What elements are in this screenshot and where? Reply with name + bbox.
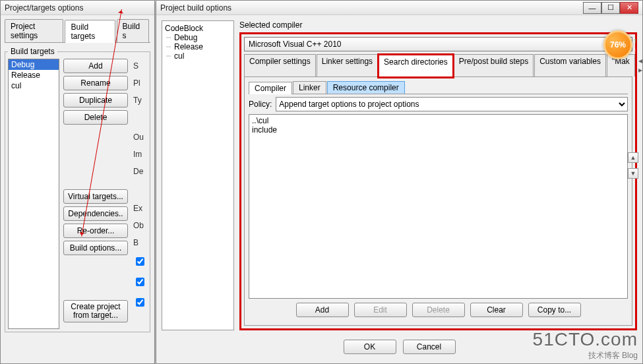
cut-label: Ob [133,221,146,230]
move-down-icon[interactable]: ▼ [628,168,638,179]
cut-label: B [133,238,146,247]
cut-label: Im [133,150,146,159]
maximize-button[interactable]: ☐ [601,2,620,14]
rename-button[interactable]: Rename [63,76,128,90]
tab-pre-post-build[interactable]: Pre/post build steps [454,54,534,76]
compiler-dropdown[interactable]: Microsoft Visual C++ 2010 [244,37,632,51]
duplicate-button[interactable]: Duplicate [63,93,128,107]
dir-copy-button[interactable]: Copy to... [528,303,581,317]
dir-delete-button[interactable]: Delete [412,303,465,317]
cancel-button[interactable]: Cancel [403,340,456,354]
sub-tab-strip: Compiler Linker Resource compiler [249,81,628,94]
targets-listbox[interactable]: Debug Release cul [8,59,59,329]
list-item[interactable]: cul [9,80,59,91]
targets-tree[interactable]: CodeBlock Debug Release cul [162,20,234,330]
tab-strip: Project settings Build targets Build s [5,19,150,43]
tab-scroll-icon[interactable]: ◂ ▸ [636,54,643,76]
option-checkbox[interactable] [136,257,144,266]
window-title: Project build options [160,3,583,13]
dir-clear-button[interactable]: Clear [470,303,523,317]
tree-root[interactable]: CodeBlock [165,24,231,33]
policy-select[interactable]: Append target options to project options [276,97,628,111]
dir-edit-button[interactable]: Edit [354,303,407,317]
tab-search-directories[interactable]: Search directories [379,55,453,77]
build-targets-fieldset: Build targets Debug Release cul Add Rena… [5,47,150,332]
tree-item[interactable]: cul [165,51,231,61]
window-title: Project/targets options [5,3,150,13]
progress-badge: 76% [603,30,632,59]
directories-list[interactable] [249,114,628,299]
reorder-button[interactable]: Re-order... [63,224,128,238]
dir-add-button[interactable]: Add [296,303,349,317]
minimize-button[interactable]: — [583,2,601,14]
tree-item[interactable]: Debug [165,33,231,42]
tree-item[interactable]: Release [165,42,231,51]
cut-label: S [133,61,146,71]
tab-build-targets[interactable]: Build targets [65,20,115,43]
cut-label: Ex [133,204,146,213]
tab-build-s[interactable]: Build s [117,19,149,42]
tab-linker-settings[interactable]: Linker settings [317,54,378,76]
option-checkbox[interactable] [136,298,144,307]
cut-label: Pl [133,78,146,88]
close-button[interactable]: ✕ [620,2,638,14]
truncated-right-pane: S Pl Ty Ou Im De Ex Ob B [132,59,146,329]
subtab-compiler[interactable]: Compiler [249,82,292,94]
project-targets-window: Project/targets options Project settings… [0,0,155,364]
titlebar[interactable]: Project/targets options [1,1,154,15]
move-up-icon[interactable]: ▲ [628,152,638,163]
list-item[interactable]: Release [9,70,59,80]
tab-custom-variables[interactable]: Custom variables [534,54,606,76]
subtab-linker[interactable]: Linker [293,81,326,94]
add-button[interactable]: Add [63,59,128,73]
virtual-targets-button[interactable]: Virtual targets... [63,189,128,204]
main-tab-strip: Compiler settings Linker settings Search… [244,54,632,77]
create-project-button[interactable]: Create project from target... [63,300,128,322]
selected-compiler-label: Selected compiler [239,20,637,30]
annotation-highlight-box: Microsoft Visual C++ 2010 Compiler setti… [239,32,637,330]
cut-label: De [133,167,146,176]
delete-button[interactable]: Delete [63,110,128,125]
build-options-button[interactable]: Build options... [63,241,128,255]
badge-value: 76% [610,40,626,49]
option-checkbox[interactable] [136,278,144,286]
subtab-resource-compiler[interactable]: Resource compiler [327,81,405,94]
policy-label: Policy: [249,100,272,109]
dependencies-button[interactable]: Dependencies.. [63,206,128,221]
fieldset-legend: Build targets [8,47,57,56]
list-item[interactable]: Debug [9,59,59,70]
ok-button[interactable]: OK [344,340,396,354]
cut-label: Ou [133,133,146,142]
tab-compiler-settings[interactable]: Compiler settings [244,54,316,76]
titlebar[interactable]: Project build options — ☐ ✕ [156,1,642,15]
cut-label: Ty [133,96,146,105]
tab-project-settings[interactable]: Project settings [5,19,63,42]
compiler-value: Microsoft Visual C++ 2010 [249,40,342,49]
project-build-options-window: Project build options — ☐ ✕ CodeBlock De… [156,0,643,364]
